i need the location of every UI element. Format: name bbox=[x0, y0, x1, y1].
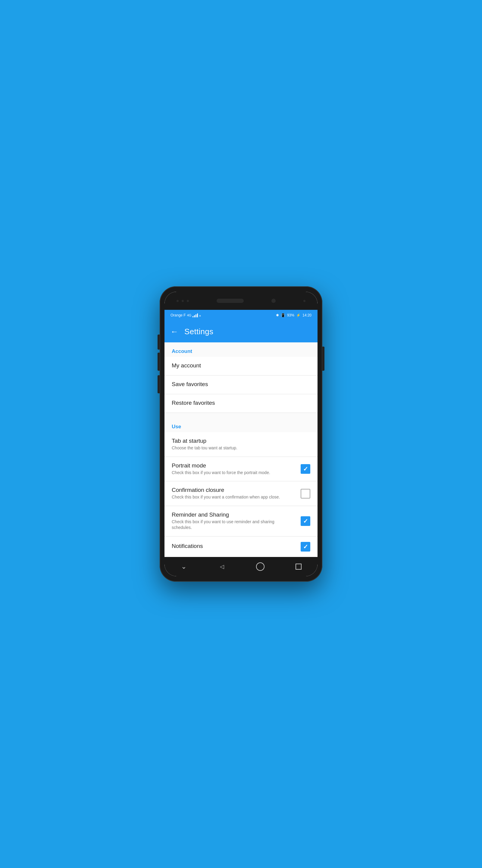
toolbar-title: Settings bbox=[184, 327, 213, 336]
checkmark-reminder-icon: ✓ bbox=[303, 518, 308, 524]
item-text-save-favorites: Save favorites bbox=[172, 381, 310, 389]
bar1 bbox=[193, 316, 193, 317]
nav-home-icon bbox=[256, 562, 264, 571]
app-toolbar: ← Settings bbox=[164, 321, 318, 342]
nav-back-button[interactable]: ⌄ bbox=[178, 561, 190, 572]
settings-item-portrait-mode[interactable]: Portrait mode Check this box if you want… bbox=[164, 457, 318, 482]
item-title-save-favorites: Save favorites bbox=[172, 381, 310, 388]
item-subtitle-portrait-mode: Check this box if you want to force the … bbox=[172, 470, 286, 476]
checkbox-notifications[interactable]: ✓ bbox=[301, 542, 310, 552]
item-title-portrait-mode: Portrait mode bbox=[172, 462, 296, 469]
checkmark-notifications-icon: ✓ bbox=[303, 544, 308, 550]
item-title-confirmation-closure: Confirmation closure bbox=[172, 487, 296, 493]
status-bar: Orange F 4G ⁎ ✱ 📳 93% ⚡ 14:20 bbox=[164, 310, 318, 321]
dot-1 bbox=[176, 300, 179, 302]
battery-level: 93% bbox=[287, 313, 294, 317]
settings-content: Account My account Save favorites Restor… bbox=[164, 342, 318, 557]
section-header-use: Use bbox=[164, 418, 318, 432]
status-right: ✱ 📳 93% ⚡ 14:20 bbox=[276, 313, 312, 317]
settings-item-reminder-sharing[interactable]: Reminder and Sharing Check this box if y… bbox=[164, 506, 318, 536]
checkbox-reminder-sharing[interactable]: ✓ bbox=[301, 516, 310, 526]
bluetooth-icon: ✱ bbox=[276, 313, 279, 317]
item-text-notifications: Notifications bbox=[172, 543, 296, 550]
item-title-notifications: Notifications bbox=[172, 543, 296, 550]
signal-bars bbox=[193, 313, 198, 317]
item-title-tab-startup: Tab at startup bbox=[172, 438, 310, 444]
settings-item-my-account[interactable]: My account bbox=[164, 357, 318, 375]
phone-top-bar bbox=[164, 292, 318, 310]
phone-screen: Orange F 4G ⁎ ✱ 📳 93% ⚡ 14:20 bbox=[164, 292, 318, 576]
settings-item-tab-startup[interactable]: Tab at startup Choose the tab tou want a… bbox=[164, 432, 318, 457]
dot-4 bbox=[303, 300, 306, 302]
item-subtitle-tab-startup: Choose the tab tou want at startup. bbox=[172, 445, 286, 451]
back-button[interactable]: ← bbox=[170, 328, 178, 336]
item-text-my-account: My account bbox=[172, 362, 310, 370]
status-left: Orange F 4G ⁎ bbox=[170, 313, 201, 317]
phone-device: Orange F 4G ⁎ ✱ 📳 93% ⚡ 14:20 bbox=[160, 286, 322, 582]
item-title-my-account: My account bbox=[172, 362, 310, 369]
item-text-portrait-mode: Portrait mode Check this box if you want… bbox=[172, 462, 296, 476]
camera-dots bbox=[176, 300, 189, 302]
network-type: 4G bbox=[187, 313, 192, 317]
bar2 bbox=[194, 315, 195, 317]
usb-icon: ⁎ bbox=[199, 313, 201, 317]
checkmark-icon: ✓ bbox=[303, 466, 308, 472]
speaker bbox=[217, 299, 244, 303]
settings-item-restore-favorites[interactable]: Restore favorites bbox=[164, 394, 318, 413]
nav-square-icon bbox=[295, 564, 301, 569]
section-header-account: Account bbox=[164, 342, 318, 357]
item-text-tab-startup: Tab at startup Choose the tab tou want a… bbox=[172, 438, 310, 451]
camera-lens bbox=[271, 299, 276, 303]
section-gap bbox=[164, 413, 318, 418]
item-text-confirmation-closure: Confirmation closure Check this box if y… bbox=[172, 487, 296, 500]
nav-back-icon: ⌄ bbox=[181, 563, 187, 570]
volume-up-button[interactable] bbox=[158, 352, 160, 371]
checkbox-portrait-mode[interactable]: ✓ bbox=[301, 464, 310, 474]
dot-2 bbox=[182, 300, 184, 302]
item-title-reminder-sharing: Reminder and Sharing bbox=[172, 512, 296, 518]
nav-triangle-button[interactable]: ◁ bbox=[216, 561, 228, 572]
settings-item-save-favorites[interactable]: Save favorites bbox=[164, 375, 318, 394]
settings-item-notifications[interactable]: Notifications ✓ bbox=[164, 536, 318, 557]
bar4 bbox=[197, 313, 198, 317]
item-text-restore-favorites: Restore favorites bbox=[172, 400, 310, 407]
nav-home-button[interactable] bbox=[254, 561, 266, 572]
charging-icon: ⚡ bbox=[296, 313, 301, 317]
battery-percent: 93 bbox=[287, 313, 291, 317]
checkbox-confirmation-closure[interactable] bbox=[301, 489, 310, 498]
nav-square-button[interactable] bbox=[292, 561, 304, 572]
bottom-navigation: ⌄ ◁ bbox=[164, 557, 318, 576]
item-subtitle-confirmation-closure: Check this box if you want a confirmatio… bbox=[172, 494, 286, 500]
item-text-reminder-sharing: Reminder and Sharing Check this box if y… bbox=[172, 512, 296, 531]
vibrate-icon: 📳 bbox=[281, 313, 285, 317]
item-subtitle-reminder-sharing: Check this box if you want to use remind… bbox=[172, 519, 286, 531]
dot-3 bbox=[187, 300, 189, 302]
item-title-restore-favorites: Restore favorites bbox=[172, 400, 310, 406]
bar3 bbox=[195, 314, 196, 317]
volume-down-button[interactable] bbox=[158, 375, 160, 393]
settings-item-confirmation-closure[interactable]: Confirmation closure Check this box if y… bbox=[164, 481, 318, 506]
carrier-label: Orange F bbox=[170, 313, 186, 317]
nav-triangle-icon: ◁ bbox=[220, 563, 224, 570]
time-label: 14:20 bbox=[302, 313, 312, 317]
